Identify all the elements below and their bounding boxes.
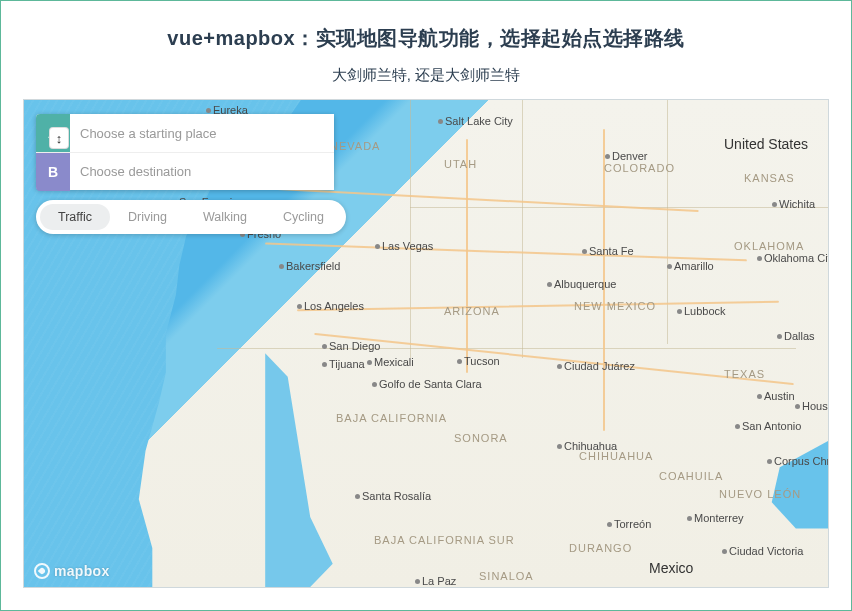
city-dot: [322, 344, 327, 349]
city-dot: [757, 394, 762, 399]
destination-row: B: [36, 152, 334, 190]
origin-row: A: [36, 114, 334, 152]
state-label: UTAH: [444, 158, 477, 170]
city-dot: [687, 516, 692, 521]
city-dot: [667, 264, 672, 269]
country-label: United States: [724, 136, 808, 152]
state-label: SINALOA: [479, 570, 534, 582]
city-dot: [457, 359, 462, 364]
city-label: Torreón: [614, 518, 651, 530]
city-label: Wichita: [779, 198, 815, 210]
border-line: [410, 100, 411, 358]
city-label: San Diego: [329, 340, 380, 352]
city-dot: [375, 244, 380, 249]
city-label: Santa Fe: [589, 245, 634, 257]
city-dot: [415, 579, 420, 584]
city-dot: [355, 494, 360, 499]
state-label: COAHUILA: [659, 470, 723, 482]
city-dot: [795, 404, 800, 409]
city-label: Amarillo: [674, 260, 714, 272]
profile-driving[interactable]: Driving: [110, 204, 185, 230]
state-label: CHIHUAHUA: [579, 450, 653, 462]
routing-profiles: TrafficDrivingWalkingCycling: [36, 200, 346, 234]
city-dot: [206, 108, 211, 113]
city-label: Denver: [612, 150, 647, 162]
state-label: COLORADO: [604, 162, 675, 174]
city-dot: [557, 364, 562, 369]
city-dot: [777, 334, 782, 339]
city-dot: [557, 444, 562, 449]
city-label: Bakersfield: [286, 260, 340, 272]
city-label: Mexicali: [374, 356, 414, 368]
city-dot: [297, 304, 302, 309]
city-dot: [677, 309, 682, 314]
profile-traffic[interactable]: Traffic: [40, 204, 110, 230]
page-subtitle: 大剑师兰特, 还是大剑师兰特: [21, 66, 831, 85]
city-label: Santa Rosalía: [362, 490, 431, 502]
destination-marker-badge: B: [36, 153, 70, 191]
city-label: Lubbock: [684, 305, 726, 317]
state-label: NEW MEXICO: [574, 300, 656, 312]
city-dot: [582, 249, 587, 254]
header: vue+mapbox：实现地图导航功能，选择起始点选择路线 大剑师兰特, 还是大…: [1, 1, 851, 99]
swap-origin-destination-icon[interactable]: ↕: [50, 128, 68, 148]
city-dot: [322, 362, 327, 367]
city-label: Salt Lake City: [445, 115, 513, 127]
city-label: Austin: [764, 390, 795, 402]
city-dot: [367, 360, 372, 365]
city-label: Tucson: [464, 355, 500, 367]
city-label: Monterrey: [694, 512, 744, 524]
page-title: vue+mapbox：实现地图导航功能，选择起始点选择路线: [21, 25, 831, 52]
border-line: [522, 100, 523, 358]
highway: [265, 243, 747, 262]
city-label: Corpus Christi: [774, 455, 829, 467]
app-frame: vue+mapbox：实现地图导航功能，选择起始点选择路线 大剑师兰特, 还是大…: [0, 0, 852, 611]
city-label: Ciudad Juárez: [564, 360, 635, 372]
state-label: TEXAS: [724, 368, 765, 380]
city-label: Golfo de Santa Clara: [379, 378, 482, 390]
mapbox-icon: [34, 563, 50, 579]
state-label: NEVADA: [330, 140, 380, 152]
city-dot: [722, 549, 727, 554]
gulf-of-california: [265, 353, 378, 587]
city-label: Houston: [802, 400, 829, 412]
state-label: BAJA CALIFORNIA: [336, 412, 447, 424]
state-label: BAJA CALIFORNIA SUR: [374, 534, 515, 546]
city-dot: [767, 459, 772, 464]
profile-cycling[interactable]: Cycling: [265, 204, 342, 230]
map-container[interactable]: EurekaSalt Lake CityRenoSacramentoSan Fr…: [23, 99, 829, 588]
city-label: San Antonio: [742, 420, 801, 432]
origin-input[interactable]: [70, 114, 334, 152]
city-dot: [735, 424, 740, 429]
state-label: SONORA: [454, 432, 508, 444]
border-line: [217, 348, 796, 349]
state-label: NUEVO LEÓN: [719, 488, 801, 500]
city-label: Los Angeles: [304, 300, 364, 312]
city-label: La Paz: [422, 575, 456, 587]
directions-panel: A B: [36, 114, 334, 190]
city-label: Las Vegas: [382, 240, 433, 252]
city-label: Oklahoma City: [764, 252, 829, 264]
city-dot: [607, 522, 612, 527]
state-label: OKLAHOMA: [734, 240, 804, 252]
country-label: Mexico: [649, 560, 693, 576]
city-dot: [605, 154, 610, 159]
mapbox-logo[interactable]: mapbox: [34, 563, 109, 579]
city-label: Tijuana: [329, 358, 365, 370]
profile-walking[interactable]: Walking: [185, 204, 265, 230]
border-line: [667, 100, 668, 344]
city-label: Ciudad Victoria: [729, 545, 803, 557]
mapbox-wordmark: mapbox: [54, 563, 109, 579]
city-dot: [438, 119, 443, 124]
city-dot: [372, 382, 377, 387]
city-label: Dallas: [784, 330, 815, 342]
city-dot: [547, 282, 552, 287]
city-dot: [772, 202, 777, 207]
destination-input[interactable]: [70, 153, 334, 190]
highway: [466, 139, 468, 373]
city-label: Albuquerque: [554, 278, 616, 290]
city-dot: [279, 264, 284, 269]
state-label: DURANGO: [569, 542, 632, 554]
state-label: KANSAS: [744, 172, 795, 184]
state-label: ARIZONA: [444, 305, 500, 317]
